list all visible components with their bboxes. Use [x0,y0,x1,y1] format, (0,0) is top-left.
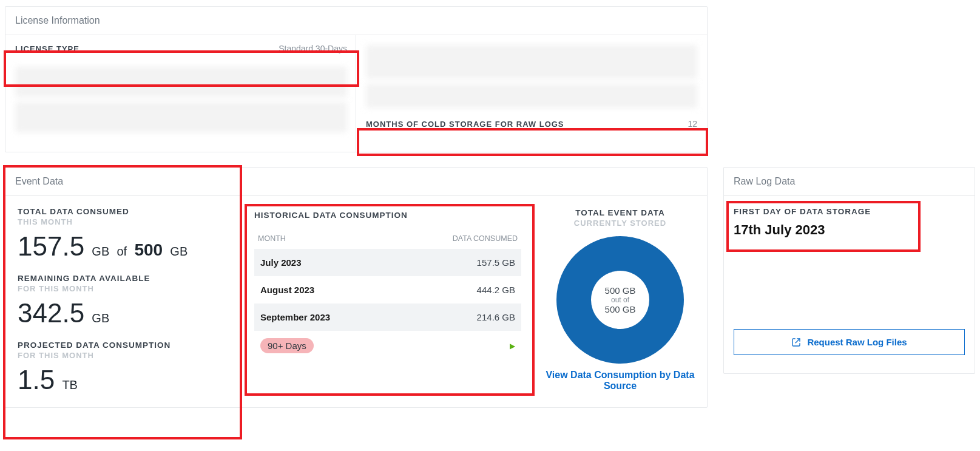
remaining-block: REMAINING DATA AVAILABLE FOR THIS MONTH … [18,274,230,328]
remaining-unit: GB [92,311,109,325]
consumed-label: TOTAL DATA CONSUMED [18,207,230,216]
consumed-limit-unit: GB [170,245,188,258]
consumed-limit: 500 [134,240,163,259]
redacted-row [15,102,347,132]
cold-storage-row: MONTHS OF COLD STORAGE FOR RAW LOGS 12 [356,113,707,135]
event-card-title: Event Data [5,168,707,196]
ninety-days-expand[interactable]: 90+ Days ▶ [254,331,521,353]
remaining-sub: FOR THIS MONTH [18,284,230,293]
consumed-unit: GB [92,245,109,258]
hist-consumed: 157.5 GB [396,249,521,276]
rawlog-card: Raw Log Data FIRST DAY OF DATA STORAGE 1… [723,167,975,374]
donut-top: 500 GB [605,285,636,296]
request-raw-log-button[interactable]: Request Raw Log Files [734,329,965,355]
license-card-title: License Information [5,7,707,35]
table-row: August 2023 444.2 GB [254,276,521,303]
hist-month: September 2023 [254,303,396,331]
remaining-label: REMAINING DATA AVAILABLE [18,274,230,283]
historical-title: HISTORICAL DATA CONSUMPTION [254,211,521,220]
first-day-value: 17th July 2023 [734,222,965,238]
total-consumed-block: TOTAL DATA CONSUMED THIS MONTH 157.5 GB … [18,207,230,262]
projected-sub: FOR THIS MONTH [18,351,230,360]
projected-value-line: 1.5 TB [18,365,230,395]
rawlog-card-title: Raw Log Data [724,168,975,196]
remaining-value-line: 342.5 GB [18,298,230,328]
redacted-row [366,45,697,79]
license-type-row: LICENSE TYPE Standard 30-Days [5,35,357,62]
hist-month: August 2023 [254,276,396,303]
license-info-card: License Information LICENSE TYPE Standar… [5,6,708,152]
total-stored-label: TOTAL EVENT DATA [546,208,695,217]
donut-chart: 500 GB out of 500 GB [556,236,684,364]
projected-unit: TB [62,378,78,392]
projected-block: PROJECTED DATA CONSUMPTION FOR THIS MONT… [18,341,230,395]
total-stored-sub: CURRENTLY STORED [546,219,695,228]
consumed-sub: THIS MONTH [18,217,230,226]
share-icon [791,337,801,347]
request-btn-label: Request Raw Log Files [807,337,907,347]
hist-consumed: 444.2 GB [396,276,521,303]
consumed-of: of [117,245,127,258]
table-row: July 2023 157.5 GB [254,249,521,276]
projected-label: PROJECTED DATA CONSUMPTION [18,341,230,350]
donut-bottom: 500 GB [605,304,636,314]
hist-month: July 2023 [254,249,396,276]
cold-storage-label: MONTHS OF COLD STORAGE FOR RAW LOGS [366,120,564,129]
hist-consumed: 214.6 GB [396,303,521,331]
ninety-days-label: 90+ Days [260,338,314,353]
total-stored-label-block: TOTAL EVENT DATA CURRENTLY STORED [546,208,695,228]
historical-col-month: MONTH [254,228,396,249]
first-day-label: FIRST DAY OF DATA STORAGE [734,207,965,216]
projected-value: 1.5 [18,365,55,395]
remaining-value: 342.5 [18,298,84,328]
view-consumption-link[interactable]: View Data Consumption by Data Source [546,370,695,392]
license-type-value: Standard 30-Days [279,44,347,53]
redacted-row [366,84,697,108]
cold-storage-value: 12 [688,119,697,129]
redacted-row [15,67,347,97]
table-row: September 2023 214.6 GB [254,303,521,331]
license-type-label: LICENSE TYPE [15,44,79,53]
historical-table: MONTH DATA CONSUMED July 2023 157.5 GB A… [254,228,521,331]
historical-col-consumed: DATA CONSUMED [396,228,521,249]
event-data-card: Event Data TOTAL DATA CONSUMED THIS MONT… [5,167,708,408]
expand-arrow-icon: ▶ [510,342,515,350]
donut-mid: out of [611,296,629,304]
consumed-value: 157.5 [18,231,84,261]
consumed-value-line: 157.5 GB of 500 GB [18,231,230,262]
